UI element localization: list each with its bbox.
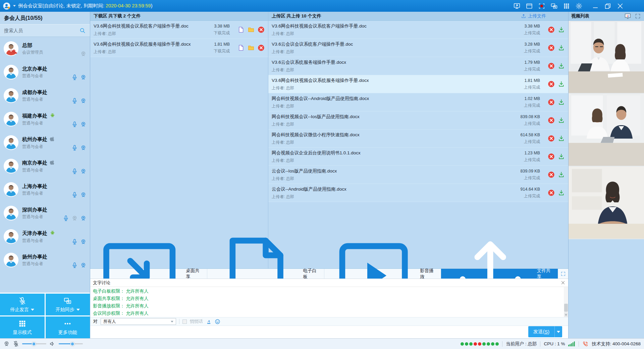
control-button[interactable]: 更多功能 — [46, 316, 90, 338]
recipient-select[interactable]: 所有人 — [101, 318, 176, 325]
participant-row[interactable]: 杭州办事处 普通与会者 — [0, 131, 90, 154]
send-button[interactable]: 发送(S) — [528, 326, 562, 337]
window-preview-icon[interactable] — [526, 2, 533, 10]
delete-icon[interactable] — [548, 189, 555, 196]
speaker-volume-slider[interactable] — [59, 343, 83, 344]
mic-icon[interactable] — [71, 262, 78, 268]
participant-row[interactable]: 天津办事处 普通与会者 — [0, 225, 90, 248]
upload-file-row[interactable]: 网会科技视频会议微信小程序快速指南.docx 上传者: 总部 614.58 KB… — [268, 130, 568, 148]
mic-icon[interactable] — [71, 145, 78, 151]
delete-icon[interactable] — [548, 99, 555, 106]
close-icon[interactable] — [560, 280, 566, 285]
webcam-icon[interactable] — [3, 341, 10, 347]
upload-file-row[interactable]: V3.6云会议会议系统客户端操作手册.doc 上传者: 总部 3.28 MB 上… — [268, 39, 568, 57]
open-folder-icon[interactable] — [248, 44, 255, 51]
upload-file-row[interactable]: V3.6云会议系统服务端操作手册.docx 上传者: 总部 1.79 MB 上传… — [268, 57, 568, 75]
download-file-row[interactable]: V3.6网会科技视频会议系统客户端操作手册.doc 上传者: 总部 3.38 M… — [90, 21, 268, 39]
download-icon[interactable] — [558, 135, 565, 142]
webcam-icon[interactable] — [80, 121, 87, 128]
minimize-icon[interactable] — [592, 2, 599, 10]
sync-screens-icon[interactable] — [550, 2, 558, 10]
emoji-icon[interactable] — [215, 319, 220, 325]
delete-icon[interactable] — [548, 135, 555, 142]
speaker-icon[interactable] — [49, 341, 56, 347]
webcam-icon[interactable] — [80, 192, 87, 198]
control-button[interactable]: 停止发言 — [0, 294, 45, 315]
whisper-checkbox[interactable] — [182, 319, 187, 324]
scrollbar[interactable] — [564, 287, 568, 317]
mic-icon[interactable] — [71, 239, 78, 245]
webcam-icon[interactable] — [80, 168, 87, 174]
delete-icon[interactable] — [548, 62, 555, 69]
download-icon[interactable] — [558, 171, 565, 178]
delete-icon[interactable] — [258, 26, 265, 33]
participant-row[interactable]: 总部 会议管理员 — [0, 37, 90, 60]
video-feed[interactable] — [569, 166, 644, 239]
webcam-icon[interactable] — [80, 74, 87, 81]
webcam-icon[interactable] — [80, 145, 87, 151]
mic-icon[interactable] — [71, 74, 78, 81]
delete-icon[interactable] — [548, 171, 555, 178]
mic-muted-icon[interactable] — [13, 341, 19, 347]
monitor-12-icon[interactable]: 12 — [624, 13, 631, 19]
participant-row[interactable]: 深圳办事处 普通与会者 — [0, 201, 90, 225]
delete-icon[interactable] — [258, 44, 265, 51]
fullscreen-icon[interactable] — [634, 13, 641, 19]
fullscreen-icon[interactable] — [558, 269, 568, 279]
mic-volume-slider[interactable] — [22, 343, 46, 344]
download-icon[interactable] — [558, 62, 565, 69]
participant-row[interactable]: 北京办事处 普通与会者 — [0, 60, 90, 84]
settings-icon[interactable] — [575, 2, 583, 10]
open-file-icon[interactable] — [237, 26, 245, 33]
share-tab[interactable]: 影音播放 — [324, 269, 441, 279]
delete-icon[interactable] — [548, 26, 555, 33]
scrollbar-button[interactable] — [564, 312, 568, 317]
control-button[interactable]: 开始同步 — [46, 294, 90, 315]
font-color-icon[interactable]: A — [206, 319, 212, 325]
mic-icon[interactable] — [71, 98, 78, 104]
slider-thumb[interactable] — [70, 342, 75, 346]
record-icon[interactable] — [538, 2, 545, 10]
download-icon[interactable] — [558, 26, 565, 33]
webcam-icon[interactable] — [80, 215, 87, 221]
download-icon[interactable] — [558, 117, 565, 124]
participant-row[interactable]: 福建办事处 普通与会者 — [0, 107, 90, 131]
grid-dots-icon[interactable] — [563, 2, 570, 10]
upload-file-row[interactable]: 云会议--Android版产品使用指南.docx 上传者: 总部 914.64 … — [268, 184, 568, 202]
send-options-arrow[interactable] — [554, 326, 562, 337]
webcam-icon[interactable] — [80, 262, 87, 268]
mic-icon[interactable] — [71, 168, 78, 174]
share-tab[interactable]: 桌面共享 — [90, 269, 207, 279]
delete-icon[interactable] — [548, 117, 555, 124]
download-file-row[interactable]: V3.6网会科技视频会议系统服务端操作手册.docx 上传者: 总部 1.81 … — [90, 39, 268, 57]
scrollbar-thumb[interactable] — [564, 304, 568, 312]
delete-icon[interactable] — [548, 153, 555, 160]
webcam-off-icon[interactable] — [80, 51, 87, 57]
search-icon[interactable] — [79, 27, 86, 34]
control-button[interactable]: 显示模式 — [0, 316, 45, 338]
mic-icon[interactable] — [71, 121, 78, 128]
download-icon[interactable] — [558, 153, 565, 160]
upload-file-row[interactable]: 网会科技视频会议--Ios版产品使用指南.docx 上传者: 总部 839.08… — [268, 111, 568, 130]
open-folder-icon[interactable] — [248, 26, 255, 33]
slider-thumb[interactable] — [32, 342, 36, 346]
search-input[interactable] — [4, 28, 77, 33]
mic-icon[interactable] — [63, 215, 69, 221]
chevron-down-icon[interactable] — [13, 5, 16, 7]
upload-file-row[interactable]: V3.6网会科技视频会议系统客户端操作手册.doc 上传者: 总部 3.38 M… — [268, 21, 568, 39]
participant-row[interactable]: 成都办事处 普通与会者 — [0, 84, 90, 107]
upload-file-row[interactable]: 云会议--Ios版产品使用指南.docx 上传者: 总部 839.09 KB 上… — [268, 166, 568, 184]
download-icon[interactable] — [558, 44, 565, 51]
mic-icon[interactable] — [71, 192, 78, 198]
download-icon[interactable] — [558, 81, 565, 88]
participant-row[interactable]: 扬州办事处 普通与会者 — [0, 248, 90, 272]
upload-file-button[interactable]: 上传文件 — [521, 13, 546, 19]
webcam-off-icon[interactable] — [71, 215, 78, 221]
video-feed[interactable] — [569, 21, 644, 94]
webcam-icon[interactable] — [80, 239, 87, 245]
maximize-icon[interactable] — [604, 2, 611, 10]
open-file-icon[interactable] — [237, 44, 245, 51]
upload-file-row[interactable]: 网会科技视频会议--Android版产品使用指南.docx 上传者: 总部 1.… — [268, 93, 568, 111]
screen-share-icon[interactable] — [513, 2, 521, 10]
delete-icon[interactable] — [548, 44, 555, 51]
